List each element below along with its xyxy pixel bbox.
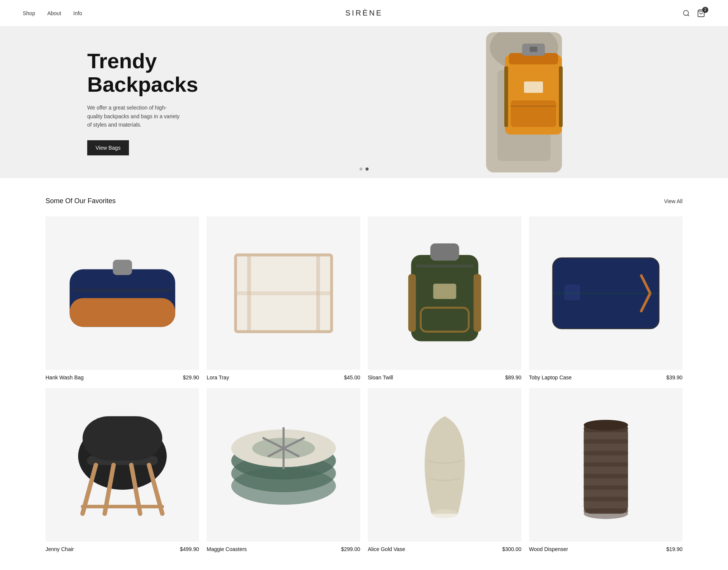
nav-right: 2: [682, 9, 705, 17]
hero-illustration: [448, 32, 607, 172]
svg-rect-28: [416, 265, 474, 268]
svg-rect-32: [564, 284, 580, 300]
product-price: $299.00: [341, 546, 360, 552]
product-price: $499.90: [180, 546, 199, 552]
product-info: Jenny Chair $499.90: [46, 546, 199, 552]
product-info: Alice Gold Vase $300.00: [368, 546, 521, 552]
product-card[interactable]: Maggie Coasters $299.00: [207, 388, 360, 552]
hero-dots: [359, 168, 369, 171]
product-image: [207, 216, 360, 370]
product-image: [529, 388, 682, 542]
svg-rect-29: [433, 284, 456, 299]
svg-rect-10: [511, 100, 556, 127]
svg-rect-16: [69, 298, 175, 327]
svg-rect-22: [235, 291, 331, 295]
product-name: Maggie Coasters: [207, 546, 247, 552]
cart-button[interactable]: 2: [697, 9, 705, 17]
section-title: Some Of Our Favorites: [46, 197, 116, 205]
brand-logo: SIRÈNE: [345, 9, 383, 17]
hero-image: [328, 27, 728, 178]
svg-rect-41: [82, 416, 162, 460]
svg-rect-56: [584, 439, 628, 444]
product-price: $19.90: [666, 546, 682, 552]
svg-rect-24: [430, 243, 459, 261]
product-info: Toby Laptop Case $39.90: [529, 374, 682, 381]
products-section: Some Of Our Favorites View All Hank Wash…: [0, 178, 728, 570]
cart-badge: 2: [702, 7, 708, 13]
product-card[interactable]: Lora Tray $45.00: [207, 216, 360, 381]
view-all-link[interactable]: View All: [664, 198, 682, 204]
hero-title: Trendy Backpacks: [87, 49, 182, 96]
product-info: Lora Tray $45.00: [207, 374, 360, 381]
hero-description: We offer a great selection of high-quali…: [87, 103, 182, 129]
hero-section: Trendy Backpacks We offer a great select…: [0, 27, 728, 178]
product-name: Wood Dispenser: [529, 546, 568, 552]
svg-point-63: [584, 508, 628, 519]
svg-rect-26: [473, 274, 481, 332]
product-image: [46, 216, 199, 370]
product-price: $29.90: [183, 374, 199, 381]
product-card[interactable]: Jenny Chair $499.90: [46, 388, 199, 552]
nav-about[interactable]: About: [47, 10, 61, 16]
product-name: Hank Wash Bag: [46, 374, 84, 381]
svg-rect-57: [584, 451, 628, 455]
svg-point-53: [431, 509, 458, 518]
dot-1[interactable]: [359, 168, 362, 171]
svg-rect-59: [584, 474, 628, 478]
nav-shop[interactable]: Shop: [23, 10, 35, 16]
product-info: Wood Dispenser $19.90: [529, 546, 682, 552]
view-bags-button[interactable]: View Bags: [87, 140, 129, 155]
product-card[interactable]: Alice Gold Vase $300.00: [368, 388, 521, 552]
svg-point-64: [584, 420, 628, 431]
product-image: [46, 388, 199, 542]
product-image: [368, 216, 521, 370]
product-image: [207, 388, 360, 542]
nav-info[interactable]: Info: [73, 10, 82, 16]
svg-rect-18: [72, 288, 172, 292]
product-image: [529, 216, 682, 370]
section-header: Some Of Our Favorites View All: [46, 197, 682, 205]
svg-rect-13: [559, 66, 563, 127]
search-button[interactable]: [682, 9, 690, 17]
svg-rect-60: [584, 485, 628, 490]
product-card[interactable]: Sloan Twill $89.90: [368, 216, 521, 381]
products-grid: Hank Wash Bag $29.90 Lora Tray $45.00: [46, 216, 682, 552]
product-price: $39.90: [666, 374, 682, 381]
product-name: Sloan Twill: [368, 374, 393, 381]
product-info: Maggie Coasters $299.00: [207, 546, 360, 552]
product-info: Hank Wash Bag $29.90: [46, 374, 199, 381]
product-image: [368, 388, 521, 542]
product-name: Toby Laptop Case: [529, 374, 572, 381]
search-icon: [682, 9, 690, 17]
dot-2[interactable]: [366, 168, 369, 171]
product-card[interactable]: Wood Dispenser $19.90: [529, 388, 682, 552]
product-name: Alice Gold Vase: [368, 546, 405, 552]
svg-rect-14: [524, 81, 543, 93]
svg-rect-25: [408, 274, 416, 332]
svg-rect-27: [420, 308, 469, 332]
product-card[interactable]: Hank Wash Bag $29.90: [46, 216, 199, 381]
svg-rect-58: [584, 462, 628, 467]
product-price: $45.00: [344, 374, 360, 381]
product-card[interactable]: Toby Laptop Case $39.90: [529, 216, 682, 381]
product-price: $89.90: [505, 374, 521, 381]
svg-line-1: [688, 14, 689, 16]
product-info: Sloan Twill $89.90: [368, 374, 521, 381]
svg-rect-9: [530, 47, 537, 52]
hero-content: Trendy Backpacks We offer a great select…: [0, 27, 182, 178]
product-name: Lora Tray: [207, 374, 229, 381]
svg-point-0: [684, 10, 689, 15]
product-name: Jenny Chair: [46, 546, 74, 552]
header: Shop About Info SIRÈNE 2: [0, 0, 728, 27]
svg-rect-17: [113, 260, 132, 275]
nav-left: Shop About Info: [23, 10, 82, 16]
svg-rect-61: [584, 497, 628, 501]
product-price: $300.00: [502, 546, 521, 552]
svg-rect-12: [504, 66, 508, 127]
